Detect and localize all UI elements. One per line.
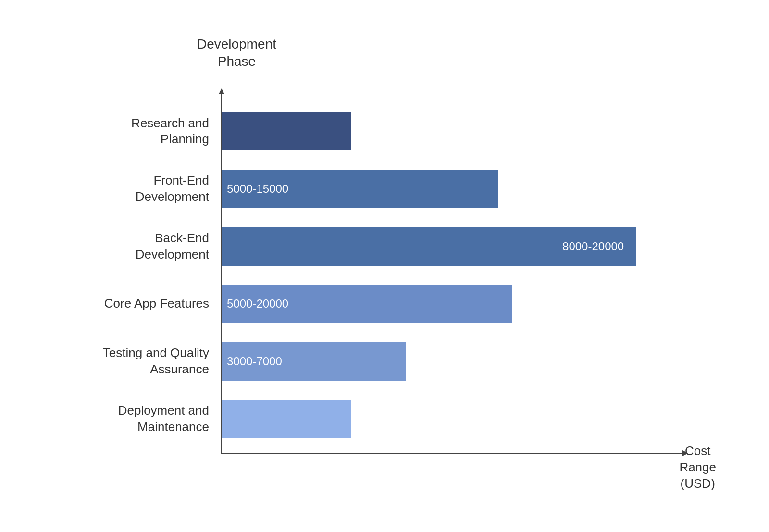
y-axis-title: DevelopmentPhase bbox=[197, 36, 276, 71]
row-labels: Research andPlanning Front-EndDevelopmen… bbox=[48, 98, 219, 453]
label-testing: Testing and QualityAssurance bbox=[48, 337, 219, 385]
label-backend: Back-EndDevelopment bbox=[48, 223, 219, 271]
bar-label-backend: 8000-20000 bbox=[562, 240, 632, 253]
bar-row-frontend: 5000-15000 bbox=[222, 165, 682, 213]
bar-row-testing: 3000-7000 bbox=[222, 337, 682, 385]
bar-label-frontend: 5000-15000 bbox=[227, 182, 288, 196]
label-research: Research andPlanning bbox=[48, 107, 219, 155]
bar-research bbox=[222, 112, 351, 150]
chart-area: Research andPlanning Front-EndDevelopmen… bbox=[48, 93, 682, 454]
chart-container: DevelopmentPhase CostRange(USD) Research… bbox=[48, 31, 721, 502]
bar-row-research bbox=[222, 107, 682, 155]
bar-frontend: 5000-15000 bbox=[222, 170, 498, 208]
bar-testing: 3000-7000 bbox=[222, 342, 406, 381]
bar-row-deployment bbox=[222, 395, 682, 443]
label-frontend: Front-EndDevelopment bbox=[48, 165, 219, 213]
bar-row-backend: 8000-20000 bbox=[222, 223, 682, 271]
bar-core: 5000-20000 bbox=[222, 285, 512, 323]
bar-backend: 8000-20000 bbox=[222, 227, 636, 266]
label-core: Core App Features bbox=[48, 280, 219, 328]
bars-wrapper: 5000-15000 8000-20000 5000-20000 3000-70… bbox=[222, 98, 682, 453]
bar-label-core: 5000-20000 bbox=[227, 297, 288, 310]
bar-deployment bbox=[222, 400, 351, 438]
bar-row-core: 5000-20000 bbox=[222, 280, 682, 328]
x-axis bbox=[221, 453, 682, 454]
label-deployment: Deployment andMaintenance bbox=[48, 395, 219, 443]
bar-label-testing: 3000-7000 bbox=[227, 355, 282, 368]
